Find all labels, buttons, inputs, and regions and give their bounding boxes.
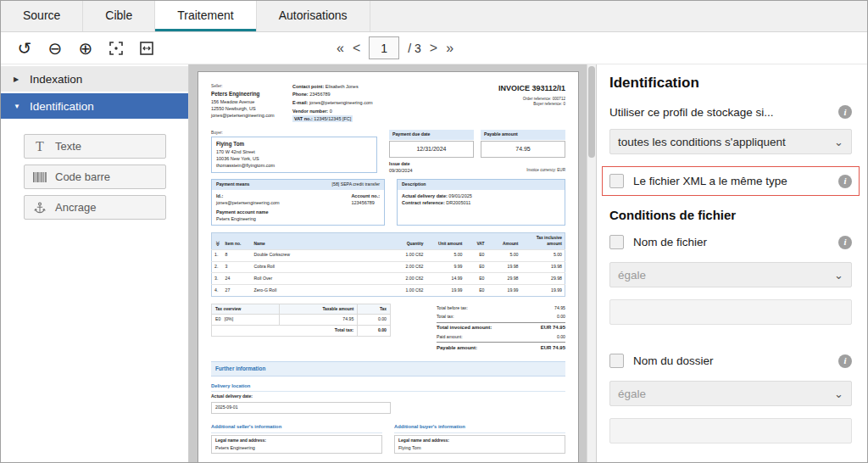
- payment-means-box: Payment means [58] SEPA credit transfer …: [211, 179, 385, 226]
- chevron-down-icon: ▼: [14, 103, 21, 110]
- tab-autorisations[interactable]: Autorisations: [257, 1, 370, 31]
- fit-page-icon: [108, 41, 124, 56]
- buyer-payment-row: Buyer: Flying Tom 170 W 42nd Street 1003…: [211, 130, 565, 174]
- buyer-block: Buyer: Flying Tom 170 W 42nd Street 1003…: [211, 130, 377, 174]
- vertical-scrollbar[interactable]: [587, 64, 596, 462]
- tab-cible[interactable]: Cible: [83, 1, 155, 31]
- anchor-icon: [32, 202, 47, 214]
- sidebar-item-label: Indexation: [30, 73, 82, 86]
- chevron-down-icon: ⌄: [834, 388, 843, 399]
- invoice-currency: Invoice currency: EUR: [526, 168, 565, 174]
- folder-label: Nom du dossier: [633, 354, 829, 367]
- filename-checkbox[interactable]: [609, 235, 624, 249]
- last-page-icon[interactable]: »: [446, 42, 453, 55]
- zoom-in-button[interactable]: ⊕: [74, 36, 97, 60]
- payment-summary-block: Payment due date Payable amount 12/31/20…: [389, 130, 565, 174]
- filename-value-input[interactable]: [609, 299, 852, 325]
- undo-button[interactable]: ↺: [13, 36, 36, 60]
- text-tool-button[interactable]: T Texte: [24, 134, 166, 159]
- folder-value-input[interactable]: [609, 418, 852, 443]
- seller-block: Seller: Peters Engineering 156 Meadow Av…: [211, 83, 292, 123]
- zoom-out-button[interactable]: ⊖: [43, 36, 67, 60]
- delivery-location-heading: Delivery location: [211, 382, 565, 392]
- left-sidebar: ▶ Indexation ▼ Identification T Texte: [1, 64, 189, 462]
- table-row: 3.24 Roll Over2.00 C62 14.99E0 29.9829.9…: [212, 273, 565, 285]
- double-chevron-icon: ≫: [214, 241, 221, 246]
- tax-overview-table: Tax overview Taxable amount Tax E0 [0%] …: [211, 304, 391, 337]
- sidebar-item-identification[interactable]: ▼ Identification: [1, 93, 188, 119]
- text-tool-label: Texte: [55, 140, 81, 153]
- issue-date-value: 09/30/2024: [389, 167, 413, 174]
- invoice-page[interactable]: Seller: Peters Engineering 156 Meadow Av…: [198, 71, 579, 462]
- conditions-mode-value: toutes les conditions s'appliquent: [618, 136, 786, 148]
- sidebar-item-indexation[interactable]: ▶ Indexation: [1, 66, 188, 92]
- scrollbar-thumb[interactable]: [588, 66, 595, 158]
- page-navigation: « < / 3 > »: [337, 36, 453, 59]
- table-row: E0 [0%] 74.95 0.00: [212, 315, 391, 326]
- filename-operator-select[interactable]: égale ⌄: [609, 262, 852, 287]
- sidebar-item-label: Identification: [30, 100, 94, 113]
- tab-source[interactable]: Source: [1, 1, 83, 31]
- text-icon: T: [32, 139, 47, 154]
- prev-page-icon[interactable]: <: [353, 42, 360, 55]
- tab-bar: Source Cible Traitement Autorisations: [1, 1, 867, 32]
- filename-label: Nom de fichier: [633, 236, 829, 248]
- fit-page-button[interactable]: [104, 36, 128, 60]
- page-total-label: / 3: [408, 42, 421, 55]
- table-row: 2.3 Cobra Roll2.00 C62 9.99E0 19.9819.98: [212, 261, 565, 273]
- anchor-tool-label: Ancrage: [55, 201, 96, 214]
- conditions-mode-select[interactable]: toutes les conditions s'appliquent ⌄: [609, 129, 852, 154]
- folder-operator-select[interactable]: égale ⌄: [609, 381, 852, 406]
- fit-width-icon: [139, 41, 154, 56]
- barcode-tool-button[interactable]: Code barre: [24, 165, 166, 189]
- page-number-input[interactable]: [369, 36, 399, 59]
- tax-totals-row: Tax overview Taxable amount Tax E0 [0%] …: [211, 304, 565, 353]
- payment-means-row: Payment means [58] SEPA credit transfer …: [211, 179, 565, 226]
- filename-operator-value: égale: [618, 269, 646, 282]
- info-icon[interactable]: i: [838, 175, 852, 188]
- fit-width-button[interactable]: [135, 36, 159, 60]
- table-row: 4.27 Zero-G Roll1.00 C62 19.99E0 19.9919…: [212, 285, 565, 297]
- chevron-down-icon: ⌄: [834, 137, 843, 148]
- storage-profile-label: Utiliser ce profil de stockage si...: [609, 106, 774, 119]
- main-area: ▶ Indexation ▼ Identification T Texte: [1, 64, 867, 462]
- invoice-items-table: ≫ Item no. Name Quantity Unit amount VAT…: [211, 232, 565, 297]
- first-page-icon[interactable]: «: [337, 42, 344, 55]
- info-icon[interactable]: i: [838, 105, 852, 119]
- identification-panel: Identification Utiliser ce profil de sto…: [596, 64, 867, 462]
- next-page-icon[interactable]: >: [430, 42, 437, 55]
- xml-type-checkbox[interactable]: [609, 174, 624, 188]
- contact-block: Contact point: Elisabeth Jones Phone: 23…: [292, 83, 453, 123]
- seller-name: Peters Engineering: [211, 90, 292, 98]
- additional-buyer-heading: Additional buyer's information: [394, 423, 565, 432]
- xml-type-highlighted-row: Le fichier XML a le même type i: [602, 166, 860, 196]
- tab-traitement[interactable]: Traitement: [155, 1, 256, 31]
- folder-operator-value: égale: [618, 388, 646, 400]
- additional-seller-heading: Additional seller's information: [211, 423, 382, 432]
- info-icon[interactable]: i: [838, 236, 852, 249]
- payable-amount-value: 74.95: [481, 141, 565, 158]
- seller-address: 12550 Newburgh, US: [211, 105, 292, 112]
- document-viewer: Seller: Peters Engineering 156 Meadow Av…: [189, 64, 596, 462]
- description-box: Description Actual delivery date: 09/01/…: [397, 179, 565, 226]
- zoom-out-icon: ⊖: [48, 38, 63, 59]
- buyer-reference: Buyer reference: 0: [453, 102, 565, 108]
- anchor-tool-button[interactable]: Ancrage: [24, 195, 166, 220]
- panel-title: Identification: [609, 75, 852, 92]
- table-row: Total tax: 0.00: [212, 326, 391, 337]
- zoom-in-icon: ⊕: [79, 38, 93, 59]
- info-icon[interactable]: i: [838, 354, 852, 368]
- further-information-banner: Further information: [211, 361, 565, 377]
- app-window: Source Cible Traitement Autorisations ↺ …: [0, 0, 868, 463]
- additional-information-row: Additional seller's information Legal na…: [211, 417, 565, 454]
- invoice-number: INVOICE 393112/I1: [453, 83, 565, 95]
- actual-delivery-date-box: 2025-09-01: [211, 402, 391, 415]
- folder-checkbox[interactable]: [609, 354, 624, 368]
- file-conditions-heading: Conditions de fichier: [609, 208, 852, 222]
- payment-due-value: 12/31/2024: [389, 141, 474, 158]
- buyer-name: Flying Tom: [216, 140, 372, 148]
- invoice-header: Seller: Peters Engineering 156 Meadow Av…: [211, 83, 565, 123]
- undo-icon: ↺: [18, 38, 32, 59]
- chevron-right-icon: ▶: [14, 75, 21, 83]
- chevron-down-icon: ⌄: [834, 270, 843, 281]
